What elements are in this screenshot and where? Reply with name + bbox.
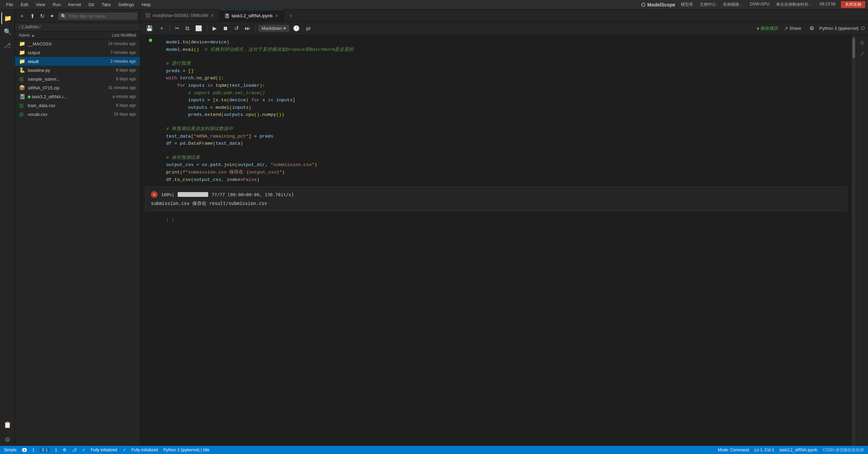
upload-button[interactable]: ⬆ — [28, 12, 36, 20]
toolbar-right: ● 保存成功 ↗ Share ⚙ Python 3 (ipykernel) — [757, 24, 865, 33]
cell-type-dropdown[interactable]: Markdown ▾ — [258, 25, 289, 32]
file-modified: 8 days ago — [88, 77, 136, 81]
code-block-3: # 将预测结果添加到测试数据中 test_data["mRNA_remainin… — [166, 125, 847, 147]
brand-label: CSDN @优雅的造轮师 — [823, 447, 864, 453]
scroll-thumb[interactable] — [852, 38, 855, 58]
file-icon: 📁 — [19, 58, 26, 64]
toggle-icon[interactable]: ● — [22, 448, 27, 452]
docs-link[interactable]: 文档中心 — [700, 2, 716, 7]
tab-terminal-close[interactable]: ✕ — [210, 13, 214, 18]
settings-icon[interactable]: ⚙ — [63, 448, 66, 452]
progress-stats: 77/77 [00:00<00:00, 130.78it/s] — [212, 192, 294, 197]
menu-help[interactable]: Help — [138, 1, 154, 8]
kernel-info: Python 3 (ipykernel) — [820, 26, 865, 31]
file-row[interactable]: 🐍baseline.py8 days ago — [15, 66, 140, 75]
cell-gutter-2 — [140, 57, 161, 122]
file-toolbar: ＋ ⬆ ↻ ✦ 🔍 — [15, 9, 140, 23]
file-row[interactable]: ▦sample_submi...8 days ago — [15, 75, 140, 83]
menu-left: File Edit View Run Kernel Git Tabs Setti… — [3, 1, 154, 8]
file-row[interactable]: ▦train_data.csv8 days ago — [15, 101, 140, 110]
cell-gutter-3 — [140, 122, 161, 151]
tab-notebook-close[interactable]: ✕ — [275, 13, 279, 18]
file-row[interactable]: 📁__MACOSX24 minutes ago — [15, 39, 140, 48]
git-button[interactable]: git — [303, 24, 313, 32]
cell-content-3[interactable]: # 将预测结果添加到测试数据中 test_data["mRNA_remainin… — [161, 122, 852, 151]
model-library[interactable]: 模型库 — [681, 2, 693, 7]
right-panel: ⚙ ⤢ — [856, 35, 868, 446]
file-name: baseline.py — [28, 68, 88, 73]
menu-run[interactable]: Run — [49, 1, 64, 8]
search-box[interactable]: 🔍 — [58, 13, 137, 20]
search-input[interactable] — [68, 14, 135, 19]
cell-content-1[interactable]: model.to(device=device) model.eval() # 切… — [161, 35, 852, 57]
code-cell-1[interactable]: model.to(device=device) model.eval() # 切… — [140, 35, 852, 57]
menu-kernel[interactable]: Kernel — [65, 1, 84, 8]
code-cell-4[interactable]: # 保存预测结果 output_csv = os.path.join(outpu… — [140, 151, 852, 187]
file-row[interactable]: 📓task3.2_siRNA.i...a minute ago — [15, 92, 140, 101]
menu-edit[interactable]: Edit — [17, 1, 32, 8]
menu-file[interactable]: File — [3, 1, 17, 8]
notebook-scrollbar[interactable] — [852, 35, 856, 446]
new-folder-button[interactable]: ＋ — [18, 12, 26, 21]
file-row[interactable]: 📁output7 minutes ago — [15, 48, 140, 57]
right-expand-icon[interactable]: ⤢ — [857, 49, 867, 58]
right-settings-icon[interactable]: ⚙ — [857, 38, 867, 47]
code-cell-2[interactable]: # 进行预测 preds = [] with torch.no_grad(): … — [140, 57, 852, 122]
file-modified: 31 minutes ago — [88, 85, 136, 90]
col-modified-header[interactable]: Last Modified — [88, 33, 136, 38]
stop-icon[interactable]: ✕ — [151, 191, 158, 198]
file-name: result — [28, 59, 88, 64]
status-initialized-1: Fully initialized — [91, 448, 117, 452]
sidebar-icon-extensions[interactable]: 📋 — [1, 419, 14, 431]
code-cell-empty[interactable]: [ ] — [140, 214, 852, 226]
share-button[interactable]: ↗ Share — [782, 25, 804, 32]
fastforward-button[interactable]: ⏭ — [242, 24, 253, 33]
search-icon: 🔍 — [61, 14, 66, 19]
menu-settings[interactable]: Settings — [115, 1, 138, 8]
sidebar-icon-settings[interactable]: ⚙ — [1, 434, 14, 446]
file-list-header[interactable]: Name ▲ Last Modified — [15, 32, 140, 39]
col-name-header[interactable]: Name ▲ — [19, 33, 88, 38]
cut-button[interactable]: ✂ — [173, 24, 182, 33]
file-row[interactable]: 📁result2 minutes ago — [15, 57, 140, 66]
tab-terminal[interactable]: ⬛ root@dsw-583591-7896c66f ✕ — [140, 9, 219, 21]
run-button[interactable]: ▶ — [210, 24, 219, 33]
paste-button[interactable]: ⬜ — [193, 24, 204, 33]
menu-tabs[interactable]: Tabs — [98, 1, 114, 8]
menu-view[interactable]: View — [32, 1, 48, 8]
sidebar-icon-search[interactable]: 🔍 — [1, 26, 14, 38]
tab-notebook[interactable]: 📓 task3.2_siRNA.ipynb ✕ — [219, 9, 284, 21]
notebook-settings-button[interactable]: ⚙ — [807, 24, 816, 33]
sidebar-icon-git[interactable]: ⎇ — [1, 39, 14, 51]
line-indicator: 1 — [32, 448, 35, 452]
refresh-button[interactable]: ↻ — [38, 12, 46, 20]
cell-content-empty[interactable]: [ ] — [161, 214, 852, 226]
clock-button[interactable]: 🕐 — [291, 24, 302, 33]
close-instance-button[interactable]: 关闭实例 — [841, 1, 865, 8]
more-button[interactable]: ✦ — [48, 12, 56, 20]
cell-content-4[interactable]: # 保存预测结果 output_csv = os.path.join(outpu… — [161, 151, 852, 187]
menu-git[interactable]: Git — [85, 1, 98, 8]
restart-button[interactable]: ↺ — [232, 24, 241, 33]
file-modified: 10 days ago — [88, 112, 136, 117]
status-bar: Simple ● 1 S 1 1 ⚙ ⎇ ✓ Fully initialized… — [0, 446, 868, 454]
add-cell-button[interactable]: ＋ — [157, 23, 167, 33]
kernel-label: Python 3 (ipykernel) — [820, 26, 859, 31]
sidebar-icon-files[interactable]: 📁 — [1, 12, 14, 24]
file-name: train_data.csv — [28, 103, 88, 108]
file-row[interactable]: 📦siRNA_0715.zip31 minutes ago — [15, 83, 140, 92]
file-modified: 7 minutes ago — [88, 50, 136, 55]
copy-button[interactable]: ⧉ — [183, 24, 192, 33]
tab-notebook-label: task3.2_siRNA.ipynb — [232, 13, 273, 18]
code-block-4: # 保存预测结果 output_csv = os.path.join(outpu… — [166, 154, 847, 183]
new-tab-button[interactable]: ＋ — [284, 12, 298, 20]
logo-text: ModelScope — [647, 2, 675, 7]
menu-right: ⬡ ModelScope 模型库 文档中心 实例规格： DSW-GPU 单次实例… — [641, 1, 865, 8]
code-cell-3[interactable]: # 将预测结果添加到测试数据中 test_data["mRNA_remainin… — [140, 122, 852, 151]
save-button[interactable]: 💾 — [144, 24, 155, 33]
cell-content-2[interactable]: # 进行预测 preds = [] with torch.no_grad(): … — [161, 57, 852, 122]
file-row[interactable]: ▦vocab.csv10 days ago — [15, 110, 140, 119]
stop-button[interactable]: ⏹ — [220, 24, 231, 33]
modified-dot-icon — [28, 96, 31, 98]
file-icon: 📦 — [19, 85, 26, 91]
